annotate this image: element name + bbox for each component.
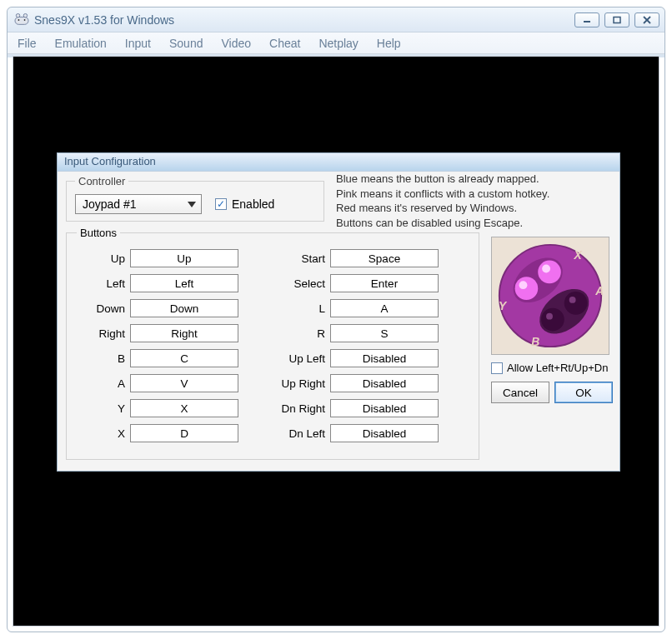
menu-emulation[interactable]: Emulation <box>53 35 108 52</box>
svg-point-17 <box>541 308 564 332</box>
buttons-left-column: UpUp LeftLeft DownDown RightRight BC AV … <box>77 249 238 442</box>
map-input-start[interactable]: Space <box>330 249 439 267</box>
menu-cheat[interactable]: Cheat <box>268 35 302 52</box>
map-row-r: RS <box>268 324 439 342</box>
map-input-x[interactable]: D <box>130 424 238 442</box>
menu-sound[interactable]: Sound <box>168 35 204 52</box>
maximize-button[interactable] <box>604 12 629 27</box>
titlebar[interactable]: Snes9X v1.53 for Windows <box>8 7 664 32</box>
allow-diagonal-checkbox[interactable] <box>491 362 503 374</box>
map-input-dnleft[interactable]: Disabled <box>330 424 439 442</box>
input-config-dialog: Input Configuration Controller Joypad #1… <box>57 152 620 472</box>
map-input-l[interactable]: A <box>330 299 439 317</box>
buttons-right-column: StartSpace SelectEnter LA RS Up LeftDisa… <box>268 249 439 442</box>
controller-legend: Controller <box>75 175 128 187</box>
map-row-a: AV <box>77 374 238 392</box>
enabled-checkbox[interactable] <box>215 198 227 210</box>
svg-point-14 <box>538 261 561 284</box>
svg-rect-6 <box>614 17 620 22</box>
map-row-dnright: Dn RightDisabled <box>268 399 439 417</box>
cancel-button[interactable]: Cancel <box>491 382 549 403</box>
controller-select[interactable]: Joypad #1 <box>75 194 202 214</box>
allow-diagonal-label: Allow Left+Rt/Up+Dn <box>507 362 608 374</box>
dialog-title: Input Configuration <box>58 153 619 172</box>
map-row-select: SelectEnter <box>268 274 439 292</box>
menu-input[interactable]: Input <box>123 35 153 52</box>
window-controls <box>574 12 659 27</box>
svg-point-20 <box>569 297 576 303</box>
info-line: Pink means it conflicts with a custom ho… <box>336 187 611 202</box>
svg-point-15 <box>542 265 550 273</box>
close-button[interactable] <box>634 12 659 27</box>
minimize-button[interactable] <box>574 12 599 27</box>
controller-group: Controller Joypad #1 Enabled <box>66 175 324 222</box>
map-input-right[interactable]: Right <box>130 324 238 342</box>
svg-text:A: A <box>594 285 604 297</box>
buttons-group: Buttons UpUp LeftLeft DownDown RightRigh… <box>66 227 479 460</box>
map-input-dnright[interactable]: Disabled <box>330 399 439 417</box>
svg-point-1 <box>16 13 19 17</box>
svg-point-4 <box>24 19 26 21</box>
map-row-down: DownDown <box>77 299 238 317</box>
map-input-r[interactable]: S <box>330 324 439 342</box>
svg-point-18 <box>546 313 553 320</box>
main-window: Snes9X v1.53 for Windows File Emulation … <box>7 7 665 632</box>
menu-video[interactable]: Video <box>219 35 253 52</box>
app-icon <box>14 13 29 27</box>
buttons-legend: Buttons <box>77 227 120 239</box>
map-input-y[interactable]: X <box>130 399 238 417</box>
svg-text:B: B <box>531 336 539 348</box>
map-row-b: BC <box>77 349 238 367</box>
map-row-l: LA <box>268 299 439 317</box>
info-line: Red means it's reserved by Windows. <box>336 201 611 216</box>
info-text: Blue means the button is already mapped.… <box>336 172 611 230</box>
dialog-buttons: Cancel OK <box>491 382 613 403</box>
map-input-upleft[interactable]: Disabled <box>330 349 439 367</box>
map-row-start: StartSpace <box>268 249 439 267</box>
map-row-upright: Up RightDisabled <box>268 374 439 392</box>
enabled-checkbox-wrap[interactable]: Enabled <box>215 197 274 211</box>
map-row-left: LeftLeft <box>77 274 238 292</box>
chevron-down-icon <box>188 202 196 207</box>
map-input-b[interactable]: C <box>130 349 238 367</box>
svg-point-2 <box>23 13 27 17</box>
ok-button[interactable]: OK <box>554 382 613 403</box>
map-row-y: YX <box>77 399 238 417</box>
client-area: Input Configuration Controller Joypad #1… <box>13 56 659 627</box>
svg-point-19 <box>564 292 588 315</box>
controller-button-diagram: X A B Y <box>491 237 609 355</box>
map-input-down[interactable]: Down <box>130 299 238 317</box>
map-input-a[interactable]: V <box>130 374 238 392</box>
map-input-select[interactable]: Enter <box>330 274 439 292</box>
map-row-upleft: Up LeftDisabled <box>268 349 439 367</box>
allow-diagonal-wrap[interactable]: Allow Left+Rt/Up+Dn <box>491 362 608 374</box>
svg-point-13 <box>519 281 528 289</box>
svg-text:X: X <box>574 249 583 262</box>
controller-select-value: Joypad #1 <box>83 197 137 211</box>
svg-point-3 <box>18 19 20 21</box>
map-row-right: RightRight <box>77 324 238 342</box>
menu-netplay[interactable]: Netplay <box>317 35 359 52</box>
info-line: Blue means the button is already mapped. <box>336 172 611 187</box>
map-row-up: UpUp <box>77 249 238 267</box>
window-title: Snes9X v1.53 for Windows <box>34 13 574 27</box>
map-input-left[interactable]: Left <box>130 274 238 292</box>
map-input-up[interactable]: Up <box>130 249 238 267</box>
map-row-x: XD <box>77 424 238 442</box>
menu-help[interactable]: Help <box>375 35 403 52</box>
map-input-upright[interactable]: Disabled <box>330 374 439 392</box>
menu-file[interactable]: File <box>16 35 38 52</box>
menubar: File Emulation Input Sound Video Cheat N… <box>8 32 664 54</box>
svg-point-12 <box>515 277 539 300</box>
map-row-dnleft: Dn LeftDisabled <box>268 424 439 442</box>
enabled-label: Enabled <box>232 197 274 211</box>
svg-rect-0 <box>15 17 28 24</box>
